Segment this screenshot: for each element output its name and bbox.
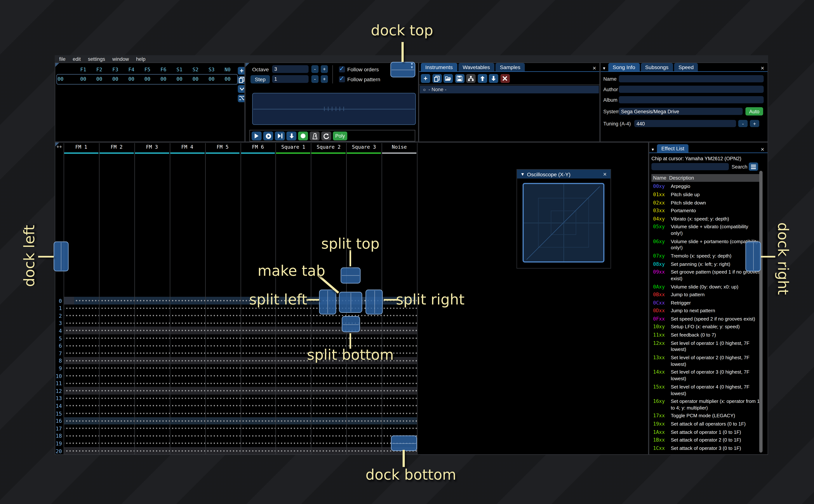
- collapse-icon[interactable]: ▼: [520, 172, 525, 177]
- effect-row[interactable]: 19xxSet attack of all operators (0 to 1F…: [653, 420, 760, 428]
- effect-row[interactable]: 1CxxSet attack of operator 3 (0 to 1F): [653, 445, 760, 453]
- orders-cell[interactable]: 00: [123, 76, 139, 82]
- delete-button[interactable]: [500, 74, 510, 83]
- hamburger-menu-button[interactable]: [749, 162, 758, 171]
- orders-cell[interactable]: 00: [203, 76, 219, 82]
- dock-target-split-right[interactable]: [365, 289, 383, 315]
- open-folder-button[interactable]: [444, 74, 453, 83]
- dock-target-split-left[interactable]: [319, 289, 336, 315]
- orders-cell[interactable]: 00: [75, 76, 91, 82]
- dock-target-bottom[interactable]: [391, 435, 417, 451]
- add-button[interactable]: +: [238, 67, 245, 75]
- album-input[interactable]: [619, 96, 764, 103]
- move-up-button[interactable]: [478, 74, 487, 83]
- repeat-button[interactable]: [321, 132, 331, 140]
- octave-plus-button[interactable]: +: [321, 65, 328, 73]
- author-input[interactable]: [619, 86, 764, 93]
- effect-row[interactable]: 14xxSet level of operator 3 (0 highest, …: [653, 369, 760, 383]
- effect-row[interactable]: 06xyVolume slide + portamento (compatibi…: [653, 238, 760, 252]
- tuning-minus-button[interactable]: -: [738, 120, 748, 127]
- menu-edit[interactable]: edit: [73, 56, 81, 62]
- dock-target-left[interactable]: [53, 242, 69, 271]
- channel-header-square2[interactable]: Square 2: [311, 144, 346, 150]
- menu-help[interactable]: help: [136, 56, 145, 62]
- oscilloscope-window[interactable]: ▼ Oscilloscope (X-Y) ×: [517, 169, 611, 269]
- effect-row[interactable]: 15xxSet level of operator 4 (0 highest, …: [653, 383, 760, 398]
- duplicate-button[interactable]: [432, 74, 442, 83]
- play-row-button[interactable]: [275, 132, 285, 140]
- channel-header-fm6[interactable]: FM 6: [240, 144, 276, 150]
- add-button[interactable]: +: [421, 74, 430, 83]
- channel-header-square3[interactable]: Square 3: [346, 144, 382, 150]
- channel-header-fm2[interactable]: FM 2: [99, 144, 134, 150]
- orders-cell[interactable]: 00: [139, 76, 155, 82]
- follow-orders-checkbox[interactable]: ✓: [339, 66, 345, 72]
- channel-header-square1[interactable]: Square 1: [275, 144, 311, 150]
- channel-header-noise[interactable]: Noise: [381, 144, 417, 150]
- dock-target-top[interactable]: ▼▼: [390, 62, 416, 77]
- dock-target-right[interactable]: [745, 242, 761, 271]
- close-icon[interactable]: ×: [760, 65, 765, 71]
- step-button[interactable]: Step: [250, 75, 270, 83]
- tab-effect-list[interactable]: Effect List: [657, 144, 689, 153]
- play-button[interactable]: [252, 132, 261, 140]
- tree-button[interactable]: [466, 74, 476, 83]
- close-icon[interactable]: ×: [602, 171, 608, 177]
- channel-header-fm4[interactable]: FM 4: [170, 144, 205, 150]
- menu-window[interactable]: window: [112, 56, 129, 62]
- orders-cell[interactable]: 00: [219, 76, 235, 82]
- menu-settings[interactable]: settings: [88, 56, 105, 62]
- play-pattern-button[interactable]: [263, 132, 273, 140]
- effect-row[interactable]: 1BxxSet attack of operator 2 (0 to 1F): [653, 436, 760, 445]
- channel-header-fm5[interactable]: FM 5: [205, 144, 240, 150]
- auto-system-button[interactable]: Auto: [745, 107, 763, 116]
- effect-row[interactable]: 16xySet operator multiplier (x: operator…: [653, 398, 760, 412]
- menu-file[interactable]: file: [59, 56, 66, 62]
- tab-subsongs[interactable]: Subsongs: [641, 63, 673, 71]
- effect-table[interactable]: 00xyArpeggio01xxPitch slide up02xxPitch …: [653, 183, 760, 454]
- expand-pattern-button[interactable]: ++: [56, 144, 62, 149]
- effect-row[interactable]: 05xyVolume slide + vibrato (compatibilit…: [653, 223, 760, 238]
- record-button[interactable]: [298, 132, 308, 140]
- metronome-button[interactable]: [310, 132, 319, 140]
- tuning-input[interactable]: 440: [634, 120, 736, 127]
- effect-row[interactable]: 02xxPitch slide down: [653, 199, 760, 207]
- poly-button[interactable]: Poly: [333, 132, 347, 140]
- orders-cell[interactable]: 00: [107, 76, 123, 82]
- step-input[interactable]: 1: [272, 75, 308, 83]
- effect-row[interactable]: 08xySet panning (x: left; y: right): [653, 260, 760, 269]
- tab-speed[interactable]: Speed: [674, 63, 698, 71]
- tab-instruments[interactable]: Instruments: [421, 63, 457, 71]
- effect-row[interactable]: 00xyArpeggio: [653, 183, 760, 191]
- octave-input[interactable]: 3: [272, 65, 308, 73]
- instrument-list-item[interactable]: ○ - None -: [420, 86, 599, 93]
- orders-cell[interactable]: 00: [91, 76, 107, 82]
- channel-header-fm3[interactable]: FM 3: [134, 144, 170, 150]
- effect-row[interactable]: 10xySetup LFO (x: enable; y: speed): [653, 323, 760, 331]
- effect-row[interactable]: 0FxxSet speed (speed 2 if no grooves exi…: [653, 315, 760, 323]
- tuning-plus-button[interactable]: +: [750, 120, 759, 127]
- close-icon[interactable]: ×: [760, 146, 765, 153]
- effect-search-input[interactable]: [651, 163, 729, 170]
- effect-row[interactable]: 0DxxJump to next pattern: [653, 307, 760, 315]
- orders-cell[interactable]: 00: [155, 76, 171, 82]
- channel-header-fm1[interactable]: FM 1: [64, 144, 99, 150]
- tab-song-info[interactable]: Song Info: [608, 63, 640, 71]
- dock-target-make-tab[interactable]: [339, 292, 362, 313]
- effect-row[interactable]: 17xxToggle PCM mode (LEGACY): [653, 412, 760, 420]
- effect-row[interactable]: 03xxPortamento: [653, 207, 760, 215]
- duplicate-button[interactable]: [238, 76, 245, 84]
- effect-row[interactable]: 0CxxRetrigger: [653, 299, 760, 307]
- system-input[interactable]: Sega Genesis/Mega Drive: [619, 108, 743, 115]
- scrollbar[interactable]: [759, 171, 763, 453]
- shuffle-button[interactable]: [238, 94, 245, 102]
- step-row-button[interactable]: [286, 132, 296, 140]
- oscilloscope-titlebar[interactable]: ▼ Oscilloscope (X-Y) ×: [517, 170, 611, 179]
- close-icon[interactable]: ×: [592, 65, 597, 71]
- effect-row[interactable]: 0BxxJump to pattern: [653, 291, 760, 299]
- effect-row[interactable]: 09xxSet groove pattern (speed 1 if no gr…: [653, 268, 760, 283]
- dock-target-split-top[interactable]: [340, 267, 360, 284]
- effect-row[interactable]: 01xxPitch slide up: [653, 191, 760, 199]
- save-button[interactable]: [455, 74, 464, 83]
- collapse-icon[interactable]: ▼: [602, 66, 606, 70]
